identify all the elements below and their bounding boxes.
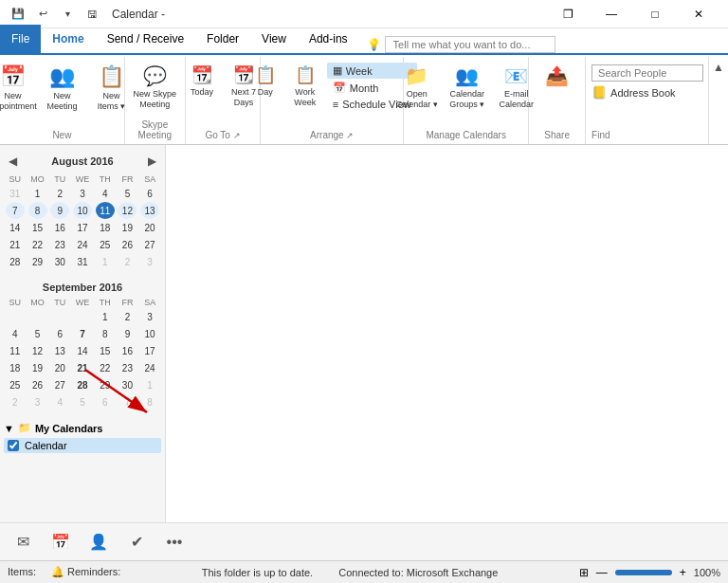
sep-day-24[interactable]: 24: [140, 359, 159, 376]
sep-day-3-oct[interactable]: 3: [28, 393, 47, 410]
aug-day-30[interactable]: 30: [50, 253, 69, 270]
tab-send-receive[interactable]: Send / Receive: [96, 25, 195, 53]
aug-day-5[interactable]: 5: [118, 185, 136, 202]
aug-day-31[interactable]: 31: [73, 253, 92, 270]
customize-btn[interactable]: 🖫: [82, 4, 102, 25]
redo-btn[interactable]: ▾: [57, 4, 78, 25]
tab-folder[interactable]: Folder: [195, 25, 250, 53]
sep-day-9[interactable]: 9: [118, 325, 136, 342]
aug-day-10[interactable]: 10: [73, 202, 92, 219]
sep-day-6-oct[interactable]: 6: [96, 393, 115, 410]
sep-day-29[interactable]: 29: [96, 376, 115, 393]
open-calendar-button[interactable]: 📁 OpenCalendar ▾: [393, 61, 441, 118]
aug-day-2[interactable]: 2: [50, 185, 69, 202]
sep-day-13[interactable]: 13: [50, 342, 69, 359]
new-skype-meeting-button[interactable]: 💬 New SkypeMeeting: [127, 61, 182, 118]
aug-day-23[interactable]: 23: [50, 236, 69, 253]
sep-day-12[interactable]: 12: [28, 342, 47, 359]
view-icons-btn[interactable]: ⊞: [579, 566, 589, 579]
sep-day-18[interactable]: 18: [6, 359, 25, 376]
aug-day-11[interactable]: 11: [96, 202, 115, 219]
sep-day-23[interactable]: 23: [118, 359, 136, 376]
sep-day-20[interactable]: 20: [50, 359, 69, 376]
sep-day-2-oct[interactable]: 2: [6, 393, 25, 410]
aug-day-3[interactable]: 3: [73, 185, 92, 202]
aug-day-28[interactable]: 28: [6, 253, 25, 270]
aug-day-16[interactable]: 16: [50, 219, 69, 236]
new-appointment-button[interactable]: 📅 NewAppointment: [0, 61, 36, 118]
sep-title[interactable]: September 2016: [43, 282, 122, 293]
calendar-checkbox[interactable]: [8, 440, 19, 451]
aug-day-3-next[interactable]: 3: [140, 253, 159, 270]
sep-day-8-oct[interactable]: 8: [140, 393, 159, 410]
zoom-in-btn[interactable]: +: [680, 566, 686, 579]
tasks-nav-btn[interactable]: ✔: [121, 527, 152, 557]
aug-day-22[interactable]: 22: [28, 236, 47, 253]
aug-day-27[interactable]: 27: [140, 236, 159, 253]
sep-day-19[interactable]: 19: [28, 359, 47, 376]
aug-day-6[interactable]: 6: [140, 185, 159, 202]
sep-day-16[interactable]: 16: [118, 342, 136, 359]
share-calendar-btn[interactable]: 📤: [534, 61, 581, 118]
aug-day-9[interactable]: 9: [50, 202, 69, 219]
tab-view[interactable]: View: [250, 25, 298, 53]
aug-day-15[interactable]: 15: [28, 219, 47, 236]
tell-me-input[interactable]: [385, 36, 555, 53]
work-week-button[interactable]: 📋 WorkWeek: [285, 61, 325, 118]
sep-day-26[interactable]: 26: [28, 376, 47, 393]
sep-day-14[interactable]: 14: [73, 342, 92, 359]
aug-title[interactable]: August 2016: [51, 155, 113, 167]
aug-day-14[interactable]: 14: [6, 219, 25, 236]
my-calendars-header[interactable]: ▼ 📁 My Calendars: [4, 422, 161, 434]
restore-btn[interactable]: ❐: [546, 0, 590, 28]
aug-day-2-next[interactable]: 2: [118, 253, 136, 270]
sep-day-25[interactable]: 25: [6, 376, 25, 393]
aug-day-17[interactable]: 17: [73, 219, 92, 236]
sep-day-17[interactable]: 17: [140, 342, 159, 359]
new-meeting-button[interactable]: 👥 NewMeeting: [38, 61, 85, 118]
aug-day-8[interactable]: 8: [28, 202, 47, 219]
sep-day-15[interactable]: 15: [96, 342, 115, 359]
aug-next-btn[interactable]: ▶: [144, 153, 161, 170]
sep-day-5[interactable]: 5: [28, 325, 47, 342]
mail-nav-btn[interactable]: ✉: [8, 527, 38, 557]
sep-day-27[interactable]: 27: [50, 376, 69, 393]
people-nav-btn[interactable]: 👤: [83, 527, 114, 557]
tab-home[interactable]: Home: [41, 25, 95, 53]
aug-day-1[interactable]: 1: [28, 185, 47, 202]
aug-day-31-prev[interactable]: 31: [6, 185, 25, 202]
search-people-input[interactable]: [592, 64, 703, 82]
sep-day-28[interactable]: 28: [73, 376, 92, 393]
calendar-nav-btn[interactable]: 📅: [46, 527, 76, 557]
aug-day-12[interactable]: 12: [118, 202, 136, 219]
aug-day-21[interactable]: 21: [6, 236, 25, 253]
aug-day-26[interactable]: 26: [118, 236, 136, 253]
sep-day-21[interactable]: 21: [73, 359, 92, 376]
maximize-btn[interactable]: □: [633, 0, 677, 28]
calendar-groups-button[interactable]: 👥 CalendarGroups ▾: [443, 61, 492, 118]
sep-day-5-oct[interactable]: 5: [73, 393, 92, 410]
save-btn[interactable]: 💾: [8, 4, 28, 25]
day-button[interactable]: 📋 Day: [247, 61, 283, 118]
aug-day-29[interactable]: 29: [28, 253, 47, 270]
address-book-button[interactable]: 📒 Address Book: [592, 85, 675, 100]
aug-day-7[interactable]: 7: [6, 202, 25, 219]
zoom-out-btn[interactable]: —: [596, 566, 608, 579]
sep-day-4-oct[interactable]: 4: [50, 393, 69, 410]
aug-day-20[interactable]: 20: [140, 219, 159, 236]
aug-day-4[interactable]: 4: [96, 185, 115, 202]
sep-day-10[interactable]: 10: [140, 325, 159, 342]
aug-day-18[interactable]: 18: [96, 219, 115, 236]
sep-day-4[interactable]: 4: [6, 325, 25, 342]
aug-day-24[interactable]: 24: [73, 236, 92, 253]
tab-addins[interactable]: Add-ins: [298, 25, 359, 53]
aug-day-25[interactable]: 25: [96, 236, 115, 253]
aug-day-19[interactable]: 19: [118, 219, 136, 236]
minimize-btn[interactable]: —: [590, 0, 633, 28]
sep-day-7-oct[interactable]: 7: [118, 393, 136, 410]
collapse-ribbon-btn[interactable]: ▲: [713, 61, 724, 74]
sep-day-3[interactable]: 3: [140, 308, 159, 325]
sep-day-1[interactable]: 1: [96, 308, 115, 325]
calendar-item[interactable]: Calendar: [4, 438, 161, 453]
undo-btn[interactable]: ↩: [32, 4, 53, 25]
